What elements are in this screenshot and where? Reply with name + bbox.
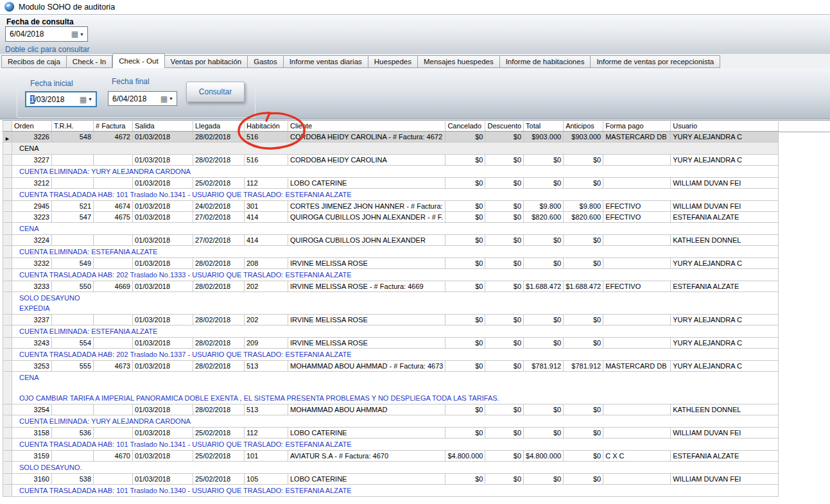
- tab-huespedes[interactable]: Huespedes: [368, 55, 418, 68]
- cell-descuento[interactable]: $0: [485, 258, 524, 269]
- column-header-orden[interactable]: Orden: [12, 121, 52, 132]
- cell-habitación[interactable]: 516: [245, 155, 288, 166]
- cell-salida[interactable]: 01/03/2018: [133, 281, 193, 292]
- cell-total[interactable]: $0: [524, 428, 564, 439]
- cell-forma-pago[interactable]: MASTERCARD DB: [603, 132, 671, 143]
- record-selector[interactable]: [3, 178, 12, 189]
- cell--factura[interactable]: [94, 258, 133, 269]
- cell-total[interactable]: $781.912: [524, 361, 564, 372]
- record-selector[interactable]: [3, 212, 12, 223]
- tab-check-out[interactable]: Check - Out: [112, 53, 164, 69]
- cell--factura[interactable]: [94, 338, 133, 349]
- cell-cancelado[interactable]: $0: [445, 315, 485, 326]
- cell-anticipos[interactable]: $0: [564, 451, 603, 462]
- cell-anticipos[interactable]: $0: [564, 178, 603, 189]
- cell-habitación[interactable]: 112: [245, 178, 288, 189]
- cell-forma-pago[interactable]: [603, 474, 671, 485]
- cell-cliente[interactable]: MOHAMMAD ABOU AHMMAD - # Factura: 4673: [288, 361, 445, 372]
- cell-llegada[interactable]: 28/02/2018: [193, 132, 245, 143]
- column-header-usuario[interactable]: Usuario: [671, 121, 779, 132]
- cell-orden[interactable]: 3160: [12, 474, 52, 485]
- cell-t-r-h-[interactable]: 549: [52, 258, 94, 269]
- cell-anticipos[interactable]: $781.912: [564, 361, 603, 372]
- tab-informe-de-habitaciones[interactable]: Informe de habitaciones: [500, 55, 591, 68]
- cell-habitación[interactable]: 301: [245, 201, 288, 212]
- cell-salida[interactable]: 01/03/2018: [133, 361, 193, 372]
- cell-cancelado[interactable]: $0: [445, 281, 485, 292]
- cell-anticipos[interactable]: $0: [564, 315, 603, 326]
- column-header-llegada[interactable]: Llegada: [193, 121, 245, 132]
- cell-usuario[interactable]: WILLIAM DUVAN FEI: [671, 201, 779, 212]
- cell-usuario[interactable]: YURY ALEJANDRA C: [671, 315, 779, 326]
- record-selector[interactable]: [3, 439, 12, 451]
- cell-forma-pago[interactable]: [603, 428, 671, 439]
- tab-gastos[interactable]: Gastos: [248, 55, 283, 68]
- cell-descuento[interactable]: $0: [485, 404, 524, 415]
- cell-descuento[interactable]: $0: [485, 451, 524, 462]
- record-selector[interactable]: [3, 281, 12, 292]
- cell--factura[interactable]: [94, 474, 133, 485]
- cell-total[interactable]: $4.800.000: [524, 451, 564, 462]
- end-date-value[interactable]: 6/04/2018: [108, 94, 160, 103]
- query-date-value[interactable]: 6/04/2018: [6, 30, 71, 39]
- cell-forma-pago[interactable]: MASTERCARD DB: [603, 361, 671, 372]
- cell-salida[interactable]: 01/03/2018: [133, 212, 193, 223]
- tab-recibos-de-caja[interactable]: Recibos de caja: [1, 55, 67, 68]
- chevron-down-icon[interactable]: ▼: [169, 96, 173, 101]
- cell-llegada[interactable]: 28/02/2018: [193, 404, 245, 415]
- cell-cancelado[interactable]: $4.800.000: [445, 451, 485, 462]
- cell-orden[interactable]: 3227: [12, 155, 52, 166]
- cell-llegada[interactable]: 28/02/2018: [193, 155, 245, 166]
- calendar-icon[interactable]: ▦: [160, 95, 168, 103]
- cell-habitación[interactable]: 101: [245, 451, 288, 462]
- cell-cliente[interactable]: LOBO CATERINE: [288, 178, 445, 189]
- cell-t-r-h-[interactable]: 550: [52, 281, 94, 292]
- cell-t-r-h-[interactable]: [52, 155, 94, 166]
- column-header--factura[interactable]: # Factura: [94, 121, 133, 132]
- cell-cliente[interactable]: CORDOBA HEIDY CAROLINA - # Factura: 4672: [288, 132, 445, 143]
- cell-orden[interactable]: 3223: [12, 212, 52, 223]
- cell-descuento[interactable]: $0: [485, 315, 524, 326]
- cell-descuento[interactable]: $0: [485, 201, 524, 212]
- cell-total[interactable]: $903.000: [524, 132, 564, 143]
- cell-usuario[interactable]: ESTEFANIA ALZATE: [671, 281, 779, 292]
- cell-total[interactable]: $0: [524, 155, 564, 166]
- cell-total[interactable]: $0: [524, 178, 564, 189]
- cell-salida[interactable]: 01/03/2018: [133, 338, 193, 349]
- record-selector[interactable]: [3, 315, 12, 326]
- cell-forma-pago[interactable]: [603, 258, 671, 269]
- cell--factura[interactable]: 4669: [94, 281, 133, 292]
- column-header-salida[interactable]: Salida: [133, 121, 193, 132]
- cell-cancelado[interactable]: $0: [445, 178, 485, 189]
- cell--factura[interactable]: 4670: [94, 451, 133, 462]
- start-date-picker[interactable]: 1/03/2018 ▦ ▼: [25, 91, 97, 107]
- tab-check-in[interactable]: Check - In: [67, 55, 112, 68]
- cell-t-r-h-[interactable]: 548: [52, 132, 94, 143]
- cell-cancelado[interactable]: $0: [445, 474, 485, 485]
- cell-habitación[interactable]: 414: [245, 212, 288, 223]
- record-selector[interactable]: [3, 269, 12, 281]
- cell-total[interactable]: $9.800: [524, 201, 564, 212]
- cell-forma-pago[interactable]: C X C: [603, 451, 671, 462]
- cell-usuario[interactable]: WILLIAM DUVAN FEI: [671, 178, 779, 189]
- chevron-down-icon[interactable]: ▼: [88, 97, 92, 101]
- cell-usuario[interactable]: YURY ALEJANDRA C: [671, 132, 779, 143]
- cell-llegada[interactable]: 25/02/2018: [193, 178, 245, 189]
- cell-orden[interactable]: 3158: [12, 428, 52, 439]
- cell--factura[interactable]: 4674: [94, 201, 133, 212]
- cell-descuento[interactable]: $0: [485, 235, 524, 246]
- cell-cancelado[interactable]: $0: [445, 155, 485, 166]
- record-selector[interactable]: [3, 451, 12, 462]
- cell-cliente[interactable]: IRVINE MELISSA ROSE: [288, 258, 445, 269]
- tab-ventas-por-habitaci-n[interactable]: Ventas por habitación: [165, 55, 248, 68]
- cell-cancelado[interactable]: $0: [445, 428, 485, 439]
- cell-descuento[interactable]: $0: [485, 281, 524, 292]
- cell-forma-pago[interactable]: [603, 338, 671, 349]
- cell-forma-pago[interactable]: [603, 315, 671, 326]
- cell-usuario[interactable]: KATHLEEN DONNEL: [671, 235, 779, 246]
- record-selector[interactable]: [3, 246, 12, 258]
- cell-orden[interactable]: 3159: [12, 451, 52, 462]
- cell-habitación[interactable]: 202: [245, 315, 288, 326]
- cell-t-r-h-[interactable]: 538: [52, 474, 94, 485]
- cell-forma-pago[interactable]: EFECTIVO: [603, 212, 671, 223]
